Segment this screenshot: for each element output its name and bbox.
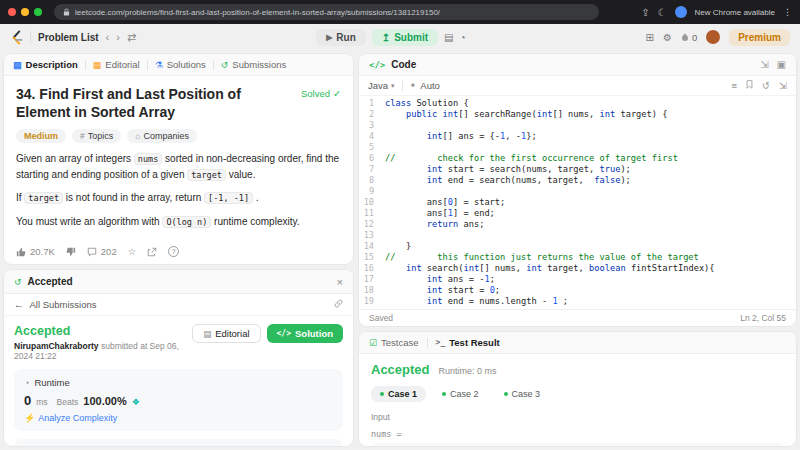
star-icon: ☆ xyxy=(128,246,137,257)
maximize-window-button[interactable] xyxy=(34,8,42,16)
premium-button[interactable]: Premium xyxy=(729,29,790,46)
window-controls[interactable] xyxy=(8,8,42,16)
all-submissions-link[interactable]: ← All Submissions xyxy=(4,294,353,316)
submit-button[interactable]: ↥ Submit xyxy=(372,29,438,46)
lightning-icon: ⚡ xyxy=(24,413,35,423)
editorial-button[interactable]: ▤ Editorial xyxy=(192,324,260,343)
shuffle-icon[interactable]: ⇄ xyxy=(127,32,136,43)
editorial-label: Editorial xyxy=(215,328,249,339)
code-text: public int[] searchRange(int[] nums, int… xyxy=(385,109,668,120)
close-window-button[interactable] xyxy=(8,8,16,16)
code-line[interactable]: 16 int search(int[] nums, int target, bo… xyxy=(359,263,796,274)
bookmark-icon[interactable] xyxy=(746,80,753,91)
case-3-button[interactable]: Case 3 xyxy=(495,386,550,402)
star-button[interactable]: ☆ xyxy=(128,246,137,257)
result-status: Accepted xyxy=(371,362,430,377)
tab-testcase[interactable]: ☑ Testcase xyxy=(369,337,419,348)
solution-button[interactable]: </> Solution xyxy=(267,324,343,343)
code-line[interactable]: 5 xyxy=(359,142,796,153)
feedback-button[interactable]: ? xyxy=(168,246,179,257)
topics-label: Topics xyxy=(88,131,114,141)
line-number: 15 xyxy=(359,252,385,263)
code-line[interactable]: 11 ans[1] = end; xyxy=(359,208,796,219)
submission-author[interactable]: NirupamChakraborty xyxy=(14,341,99,351)
reset-icon[interactable]: ↺ xyxy=(762,80,770,91)
code-line[interactable]: 18 int start = 0; xyxy=(359,285,796,296)
timer-icon[interactable]: ◔ xyxy=(459,32,465,43)
close-icon[interactable]: × xyxy=(337,276,343,288)
param-value-field[interactable]: [5,7,7,8,8,10] xyxy=(371,443,784,446)
divider xyxy=(147,60,148,70)
line-number: 4 xyxy=(359,131,385,142)
problem-list-link[interactable]: Problem List xyxy=(38,32,99,43)
book-icon: ▤ xyxy=(203,329,211,339)
case-1-button[interactable]: Case 1 xyxy=(371,386,426,402)
code-line[interactable]: 7 int start = search(nums, target, true)… xyxy=(359,164,796,175)
code-line[interactable]: 3 xyxy=(359,120,796,131)
code-editor[interactable]: 1class Solution {2 public int[] searchRa… xyxy=(359,96,796,309)
difficulty-badge[interactable]: Medium xyxy=(16,129,66,143)
line-number: 10 xyxy=(359,197,385,208)
code-line[interactable]: 14 } xyxy=(359,241,796,252)
share-button[interactable] xyxy=(147,247,157,257)
run-button[interactable]: ▶ Run xyxy=(316,29,366,46)
layout-grid-icon[interactable]: ⊞ xyxy=(646,32,654,43)
browser-profile-avatar[interactable] xyxy=(675,6,687,18)
dark-mode-icon[interactable]: ☾ xyxy=(658,7,667,18)
comments-button[interactable]: 202 xyxy=(87,246,117,257)
problem-title: 34. Find First and Last Position of Elem… xyxy=(16,85,293,121)
case-2-button[interactable]: Case 2 xyxy=(433,386,488,402)
submission-tab[interactable]: Accepted xyxy=(28,276,73,287)
code-line[interactable]: 4 int[] ans = {-1, -1}; xyxy=(359,131,796,142)
dislike-button[interactable] xyxy=(66,247,76,257)
minimize-window-button[interactable] xyxy=(21,8,29,16)
description-panel: ▤ Description ▦ Editorial ⚗ Solutions ↺ … xyxy=(4,54,353,264)
chrome-update-text[interactable]: New Chrome available xyxy=(695,8,775,17)
format-icon[interactable]: ≡ xyxy=(732,80,738,91)
clock-icon: ◔ xyxy=(24,378,29,388)
code-line[interactable]: 1class Solution { xyxy=(359,98,796,109)
user-avatar[interactable] xyxy=(706,30,720,44)
tab-submissions[interactable]: ↺ Submissions xyxy=(221,59,286,70)
line-number: 16 xyxy=(359,263,385,274)
code-line[interactable]: 9 xyxy=(359,186,796,197)
tab-description[interactable]: ▤ Description xyxy=(13,59,78,70)
companies-badge[interactable]: ⌂ Companies xyxy=(127,129,197,143)
browser-chrome: leetcode.com/problems/find-first-and-las… xyxy=(0,0,800,24)
leetcode-logo[interactable] xyxy=(10,30,23,45)
code-line[interactable]: 17 int ans = -1; xyxy=(359,274,796,285)
fullscreen-icon[interactable]: ⇲ xyxy=(779,80,787,91)
tab-solutions[interactable]: ⚗ Solutions xyxy=(155,59,206,70)
description-tabbar: ▤ Description ▦ Editorial ⚗ Solutions ↺ … xyxy=(4,54,353,76)
streak-counter[interactable]: 0 xyxy=(681,32,697,43)
code-text: int ans = -1; xyxy=(385,274,495,285)
code-line[interactable]: 8 int end = search(nums, target, false); xyxy=(359,175,796,186)
code-line[interactable]: 13 xyxy=(359,230,796,241)
browser-menu-icon[interactable]: ⋮ xyxy=(783,7,792,17)
code-line[interactable]: 10 ans[0] = start; xyxy=(359,197,796,208)
result-runtime: Runtime: 0 ms xyxy=(439,366,497,376)
topics-badge[interactable]: # Topics xyxy=(72,129,121,143)
prev-problem-icon[interactable]: ‹ xyxy=(106,32,110,43)
code-line[interactable]: 2 public int[] searchRange(int[] nums, i… xyxy=(359,109,796,120)
notes-icon[interactable]: ▤ xyxy=(444,32,453,43)
tab-test-result[interactable]: >_ Test Result xyxy=(436,337,500,348)
like-button[interactable]: 20.7K xyxy=(16,246,55,257)
next-problem-icon[interactable]: › xyxy=(116,32,120,43)
code-line[interactable]: 12 return ans; xyxy=(359,219,796,230)
auto-toggle[interactable]: ✦ Auto xyxy=(410,80,440,91)
address-bar[interactable]: leetcode.com/problems/find-first-and-las… xyxy=(54,4,599,20)
panel-layout-icon[interactable]: ▣ xyxy=(777,59,786,70)
language-selector[interactable]: Java ▾ xyxy=(368,80,395,91)
memory-card: ▥ Memory 45.70 MB Beats 87.58% ❖ xyxy=(14,439,343,446)
maximize-panel-icon[interactable]: ⇲ xyxy=(760,59,768,70)
code-line[interactable]: 19 int end = nums.length - 1 ; xyxy=(359,296,796,307)
analyze-complexity-link[interactable]: ⚡ Analyze Complexity xyxy=(24,413,333,423)
gear-icon[interactable]: ⚙ xyxy=(663,32,672,43)
streak-count: 0 xyxy=(692,32,697,43)
code-line[interactable]: 6// check for the first occurrence of ta… xyxy=(359,153,796,164)
code-line[interactable]: 15// this function just returns the valu… xyxy=(359,252,796,263)
copy-link-icon[interactable] xyxy=(334,299,343,310)
share-icon[interactable]: ⇪ xyxy=(641,7,649,18)
tab-editorial[interactable]: ▦ Editorial xyxy=(93,59,140,70)
